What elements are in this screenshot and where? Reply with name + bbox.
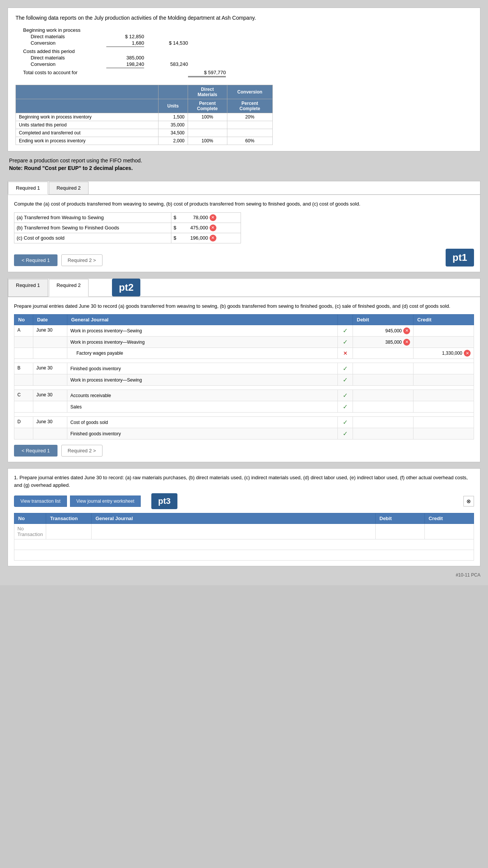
- units-col-conv: Conversion: [227, 85, 272, 99]
- costs-dm-label: Direct materials: [23, 55, 106, 61]
- bwip-label: Beginning work in process: [23, 27, 106, 33]
- jt-col-check: [338, 315, 353, 325]
- units-row-started-conv: [227, 121, 272, 129]
- jt-a3-credit-clear[interactable]: ✕: [464, 350, 471, 357]
- pt2-tab1[interactable]: Required 1: [8, 279, 48, 297]
- pt1-row-c-label: (c) Cost of goods sold: [14, 233, 171, 243]
- journal-row-a1: A June 30 Work in process inventory—Sewi…: [14, 325, 474, 337]
- jt-b-acct1: Finished goods inventory: [67, 363, 338, 374]
- trans-empty-3: [376, 524, 425, 539]
- pt1-clear-b[interactable]: ✕: [210, 224, 216, 231]
- jt-c-debit1: [353, 390, 413, 401]
- units-row-started-units: 35,000: [158, 121, 188, 129]
- pt2-description: Prepare journal entries dated June 30 to…: [14, 302, 474, 310]
- jt-c-check1: ✓: [338, 390, 353, 401]
- units-col-dm: DirectMaterials: [188, 85, 227, 99]
- prepare-text: Prepare a production cost report using t…: [9, 157, 479, 164]
- pt1-tab2[interactable]: Required 2: [49, 182, 89, 195]
- pt2-container: Required 1 Required 2 pt2 Prepare journa…: [8, 278, 480, 463]
- trans-empty-row-2: [14, 539, 474, 550]
- pt1-clear-c[interactable]: ✕: [210, 235, 216, 242]
- jt-a-debit1: 945,000 ✕: [353, 325, 413, 337]
- pt1-input-b[interactable]: [178, 225, 208, 231]
- conv-label: Conversion: [23, 40, 106, 46]
- journal-row-a2: Work in process inventory—Weaving ✓ 385,…: [14, 337, 474, 348]
- costs-added-label: Costs added this period: [23, 48, 106, 54]
- jt-d-debit1: [353, 417, 413, 428]
- pt1-clear-a[interactable]: ✕: [210, 214, 216, 221]
- jt-d-date: June 30: [33, 417, 67, 428]
- trans-col-transaction: Transaction: [46, 513, 92, 524]
- units-row-started-dm: [188, 121, 227, 129]
- trans-col-no: No: [14, 513, 46, 524]
- pt1-row-c-input[interactable]: $ ✕: [171, 233, 241, 243]
- note-text: Note: Round "Cost per EUP" to 2 decimal …: [9, 165, 479, 171]
- jt-b2-credit: [413, 374, 474, 386]
- pt1-req1-btn[interactable]: < Required 1: [14, 254, 58, 266]
- settings-icon: ⊗: [466, 498, 471, 504]
- units-col-units: [158, 85, 188, 99]
- journal-row-d2: Finished goods inventory ✓: [14, 428, 474, 439]
- jt-b-debit1: [353, 363, 413, 374]
- jt-d2-credit: [413, 428, 474, 439]
- beg-total: $ 14,530: [150, 40, 188, 46]
- pt2-tab2[interactable]: Required 2: [49, 279, 89, 297]
- jt-c2-debit: [353, 401, 413, 413]
- units-row-bwip-conv: 20%: [227, 113, 272, 121]
- no-transaction-text: No Transaction: [17, 523, 43, 540]
- journal-row-b1: B June 30 Finished goods inventory ✓: [14, 363, 474, 374]
- pt1-input-a[interactable]: [178, 215, 208, 220]
- jt-d2-acct: Finished goods inventory: [67, 428, 338, 439]
- jt-a-date: June 30: [33, 325, 67, 337]
- costs-conv-total: 583,240: [150, 61, 188, 67]
- jt-d2-date: [33, 428, 67, 439]
- journal-spacer-bc: [14, 386, 474, 390]
- pt1-req2-btn[interactable]: Required 2 >: [61, 254, 103, 266]
- units-row-completed-label: Completed and transferred out: [16, 129, 159, 137]
- trans-row-no-trans: No Transaction: [14, 524, 474, 539]
- pt1-row-c: (c) Cost of goods sold $ ✕: [14, 233, 241, 243]
- jt-a-check1: ✓: [338, 325, 353, 337]
- pt1-row-a-input[interactable]: $ ✕: [171, 212, 241, 223]
- jt-a2-date: [33, 337, 67, 348]
- jt-b2-check: ✓: [338, 374, 353, 386]
- settings-icon-btn[interactable]: ⊗: [463, 496, 474, 506]
- jt-a-debit1-clear[interactable]: ✕: [403, 327, 410, 334]
- dm-label: Direct materials: [23, 34, 106, 39]
- page: The following data reports on the July p…: [0, 0, 488, 585]
- jt-b2-debit: [353, 374, 413, 386]
- units-subh-conv-pct: PercentComplete: [227, 99, 272, 113]
- pt1-tab1[interactable]: Required 1: [8, 182, 48, 195]
- pt1-input-c[interactable]: [178, 235, 208, 241]
- trans-empty-4: [425, 524, 474, 539]
- pt2-req1-btn[interactable]: < Required 1: [14, 445, 58, 457]
- pt2-nav: < Required 1 Required 2 >: [14, 445, 474, 457]
- jt-c2-credit: [413, 401, 474, 413]
- pt2-req2-btn[interactable]: Required 2 >: [61, 445, 103, 457]
- transaction-table: No Transaction General Journal Debit Cre…: [14, 513, 474, 561]
- jt-a3-acct: Factory wages payable: [67, 348, 338, 359]
- journal-table: No Date General Journal Debit Credit A J…: [14, 314, 474, 439]
- pt1-nav: < Required 1 Required 2 >: [14, 254, 103, 266]
- units-row-started-label: Units started this period: [16, 121, 159, 129]
- units-subh-blank: [16, 99, 159, 113]
- jt-d-check1: ✓: [338, 417, 353, 428]
- footer-ref: #10-11 PCA: [8, 572, 480, 578]
- units-table: DirectMaterials Conversion Units Percent…: [16, 85, 273, 145]
- jt-d-no: D: [14, 417, 33, 428]
- jt-a2-acct: Work in process inventory—Weaving: [67, 337, 338, 348]
- jt-d2-check: ✓: [338, 428, 353, 439]
- view-journal-worksheet-btn[interactable]: View journal entry worksheet: [70, 496, 141, 507]
- jt-col-journal: General Journal: [67, 315, 338, 325]
- jt-a-no: A: [14, 325, 33, 337]
- trans-col-credit: Credit: [425, 513, 474, 524]
- pt1-row-b: (b) Transferred from Sewing to Finished …: [14, 223, 241, 233]
- jt-a2-debit-clear[interactable]: ✕: [403, 339, 410, 346]
- view-transaction-list-btn[interactable]: View transaction list: [14, 496, 67, 507]
- jt-col-date: Date: [33, 315, 67, 325]
- journal-row-d1: D June 30 Cost of goods sold ✓: [14, 417, 474, 428]
- pt1-badge: pt1: [446, 249, 474, 266]
- jt-c2-check: ✓: [338, 401, 353, 413]
- pt1-row-b-input[interactable]: $ ✕: [171, 223, 241, 233]
- jt-a2-debit: 385,000 ✕: [353, 337, 413, 348]
